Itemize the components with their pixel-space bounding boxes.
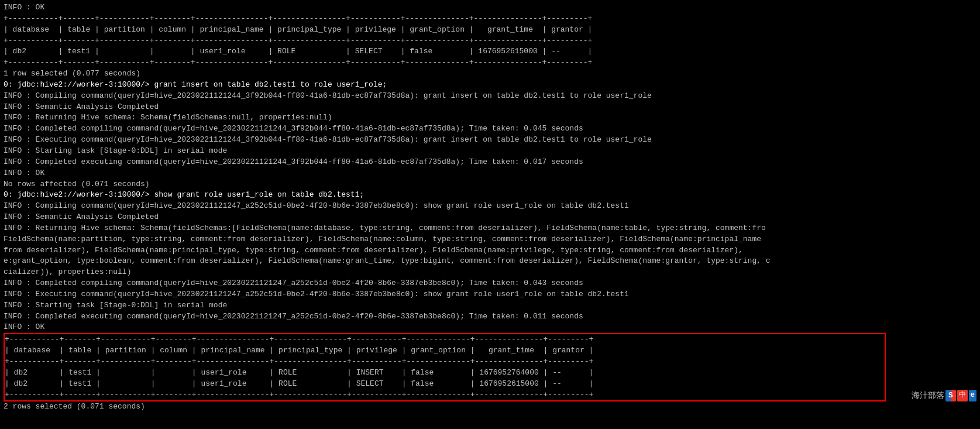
watermark-text: 海汁部落	[912, 390, 944, 401]
line-cmd-show-grant: 0: jdbc:hive2://worker-3:10000/> show gr…	[4, 190, 976, 201]
line-fieldschema-2: from deserializer), FieldSchema(name:pri…	[4, 245, 976, 256]
hl-header: | database | table | partition | column …	[5, 345, 885, 356]
line-semantic-1: INFO : Semantic Analysis Completed	[4, 102, 976, 113]
watermark-icon-e: e	[969, 390, 976, 401]
line-returning-2: INFO : Returning Hive schema: Schema(fie…	[4, 223, 976, 234]
line-fieldschema-1: FieldSchema(name:partition, type:string,…	[4, 234, 976, 245]
line-completed-exec-2: INFO : Completed executing command(query…	[4, 311, 976, 322]
line-header-1: | database | table | partition | column …	[4, 25, 976, 36]
line-sep-2: +-----------+-------+-----------+-------…	[4, 36, 976, 47]
line-starting-1: INFO : Starting task [Stage-0:DDL] in se…	[4, 146, 976, 157]
line-starting-2: INFO : Starting task [Stage-0:DDL] in se…	[4, 300, 976, 311]
line-completed-exec-1: INFO : Completed executing command(query…	[4, 157, 976, 168]
watermark-badge-s: S	[945, 390, 956, 402]
line-returning-1: INFO : Returning Hive schema: Schema(fie…	[4, 112, 976, 123]
line-compiling-2: INFO : Compiling command(queryId=hive_20…	[4, 201, 976, 212]
watermark-icon-zhong: 中	[957, 390, 968, 401]
line-sep-3: +-----------+-------+-----------+-------…	[4, 57, 976, 68]
line-completed-compile-1: INFO : Completed compiling command(query…	[4, 123, 976, 135]
line-data-1: | db2 | test1 | | | user1_role | ROLE | …	[4, 46, 976, 57]
line-executing-2: INFO : Executing command(queryId=hive_20…	[4, 289, 976, 300]
line-fieldschema-4: cializer)), properties:null)	[4, 267, 976, 278]
line-completed-compile-2: INFO : Completed compiling command(query…	[4, 278, 976, 289]
line-info-ok-2: INFO : OK	[4, 168, 976, 179]
hl-row-2: | db2 | test1 | | | user1_role | ROLE | …	[5, 379, 885, 390]
terminal: INFO : OK +-----------+-------+---------…	[0, 0, 980, 429]
line-row-selected-1: 1 row selected (0.077 seconds)	[4, 68, 976, 80]
line-cmd-grant-insert: 0: jdbc:hive2://worker-3:10000/> grant i…	[4, 80, 976, 91]
hl-sep-2: +-----------+-------+-----------+-------…	[5, 356, 885, 368]
line-no-rows: No rows affected (0.071 seconds)	[4, 179, 976, 190]
line-rows-selected-2: 2 rows selected (0.071 seconds)	[4, 401, 976, 413]
line-executing-1: INFO : Executing command(queryId=hive_20…	[4, 135, 976, 146]
hl-row-1: | db2 | test1 | | | user1_role | ROLE | …	[5, 368, 885, 379]
line-fieldschema-3: e:grant_option, type:boolean, comment:fr…	[4, 256, 976, 267]
line-compiling-1: INFO : Compiling command(queryId=hive_20…	[4, 91, 976, 102]
line-sep-1: +-----------+-------+-----------+-------…	[4, 13, 976, 25]
line-info-ok-1: INFO : OK	[4, 2, 976, 13]
hl-sep-1: +-----------+-------+-----------+-------…	[5, 334, 885, 345]
line-info-ok-3: INFO : OK	[4, 322, 976, 333]
hl-sep-3: +-----------+-------+-----------+-------…	[5, 390, 885, 401]
highlighted-result-section: +-----------+-------+-----------+-------…	[4, 333, 976, 401]
line-semantic-2: INFO : Semantic Analysis Completed	[4, 212, 976, 223]
